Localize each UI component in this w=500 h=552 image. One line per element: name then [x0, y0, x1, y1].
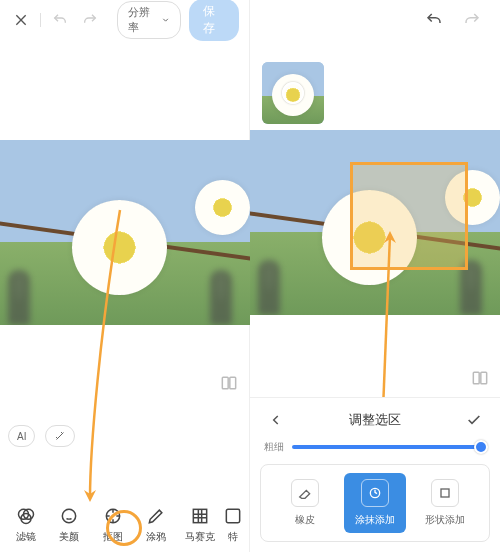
topbar-right	[250, 0, 500, 40]
tool-label: 抠图	[103, 530, 123, 544]
editor-screen-tools: 分辨率 保存 AI	[0, 0, 250, 552]
resolution-label: 分辨率	[128, 5, 158, 35]
svg-point-5	[63, 509, 76, 522]
mode-label: 橡皮	[295, 513, 315, 527]
photo-canvas[interactable]	[250, 130, 500, 315]
mode-smear-add[interactable]: 涂抹添加	[344, 473, 406, 533]
tool-doodle[interactable]: 涂鸦	[136, 506, 176, 544]
magic-button[interactable]	[45, 425, 75, 447]
tool-beauty[interactable]: 美颜	[49, 506, 89, 544]
svg-rect-9	[473, 372, 479, 384]
editor-screen-selection: 调整选区 粗细 橡皮	[250, 0, 500, 552]
close-icon[interactable]	[10, 8, 32, 32]
ai-button[interactable]: AI	[8, 425, 35, 447]
brush-cursor-icon	[282, 82, 304, 104]
adjust-selection-panel: 调整选区 粗细 橡皮	[250, 397, 500, 552]
redo-icon[interactable]	[79, 8, 101, 32]
svg-rect-7	[193, 509, 206, 522]
tool-filter[interactable]: 滤镜	[6, 506, 46, 544]
svg-rect-8	[227, 509, 240, 522]
tool-mosaic[interactable]: 马赛克	[180, 506, 220, 544]
eraser-icon	[291, 479, 319, 507]
smear-icon	[361, 479, 389, 507]
tool-label: 滤镜	[16, 530, 36, 544]
tool-more[interactable]: 特	[223, 506, 243, 544]
tool-row: 滤镜 美颜 抠图 涂鸦 马赛克 特	[0, 506, 249, 544]
photo-canvas[interactable]	[0, 140, 250, 325]
mode-shape-add[interactable]: 形状添加	[414, 473, 476, 533]
tool-label: 特	[228, 530, 238, 544]
shape-icon	[431, 479, 459, 507]
resolution-button[interactable]: 分辨率	[117, 1, 181, 39]
svg-rect-10	[481, 372, 487, 384]
svg-rect-0	[222, 377, 228, 389]
redo-icon[interactable]	[460, 8, 484, 32]
undo-icon[interactable]	[49, 8, 71, 32]
svg-rect-1	[230, 377, 236, 389]
back-icon[interactable]	[264, 408, 288, 432]
mode-label: 涂抹添加	[355, 513, 395, 527]
slider-label: 粗细	[264, 440, 284, 454]
tool-label: 美颜	[59, 530, 79, 544]
thickness-slider[interactable]	[292, 445, 486, 449]
topbar-left: 分辨率 保存	[0, 0, 249, 40]
compare-icon[interactable]	[219, 373, 241, 395]
selection-thumbnail[interactable]	[262, 62, 324, 124]
mode-eraser[interactable]: 橡皮	[274, 473, 336, 533]
slider-thumb[interactable]	[474, 440, 488, 454]
tool-label: 马赛克	[185, 530, 215, 544]
confirm-icon[interactable]	[462, 408, 486, 432]
panel-title: 调整选区	[349, 411, 401, 429]
chevron-down-icon	[161, 15, 170, 25]
save-button[interactable]: 保存	[189, 0, 239, 41]
tool-cutout[interactable]: 抠图	[93, 506, 133, 544]
compare-icon[interactable]	[470, 368, 492, 390]
svg-rect-12	[441, 489, 449, 497]
tool-label: 涂鸦	[146, 530, 166, 544]
undo-icon[interactable]	[422, 8, 446, 32]
mode-label: 形状添加	[425, 513, 465, 527]
divider	[40, 13, 41, 27]
mode-row: 橡皮 涂抹添加 形状添加	[260, 464, 490, 542]
